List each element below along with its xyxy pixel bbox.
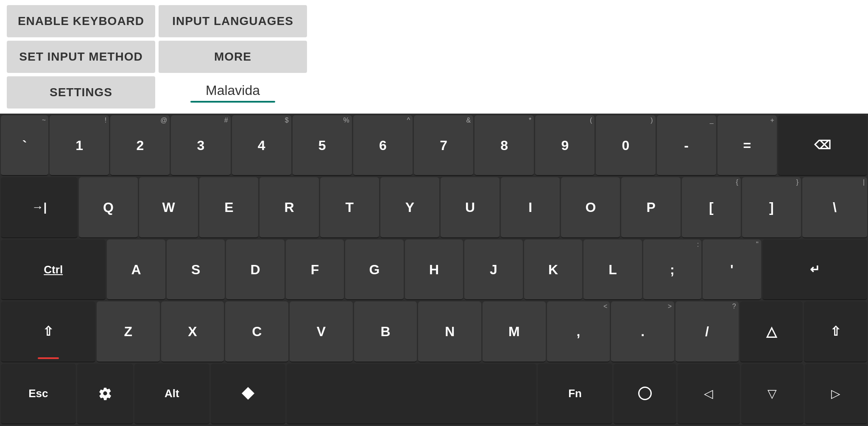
key-y[interactable]: Y: [380, 177, 439, 238]
key-o[interactable]: O: [561, 177, 620, 238]
key-0[interactable]: 0 ): [596, 115, 655, 176]
diamond-key[interactable]: [211, 364, 286, 424]
key-q[interactable]: Q: [79, 177, 138, 238]
key-z[interactable]: Z: [97, 301, 160, 362]
settings-gear-key[interactable]: [77, 364, 133, 424]
key-slash[interactable]: / ?: [675, 301, 739, 362]
key-v[interactable]: V: [290, 301, 353, 362]
keyboard-row-2: →| Q W E R T Y U I O P [ { ] } \ |: [1, 177, 867, 238]
key-8[interactable]: 8 *: [474, 115, 534, 176]
shift-underline-icon: [38, 357, 59, 359]
key-g[interactable]: G: [345, 239, 403, 300]
key-4[interactable]: 4 $: [232, 115, 291, 176]
space-key[interactable]: [287, 364, 536, 424]
key-p[interactable]: P: [621, 177, 680, 238]
key-m[interactable]: M: [483, 301, 546, 362]
key-minus[interactable]: - _: [657, 115, 716, 176]
malavida-tab-label: Malavida: [206, 83, 260, 98]
key-t[interactable]: T: [320, 177, 379, 238]
keyboard-row-1: ` ~ 1 ! 2 @ 3 # 4 $ 5 % 6 ^ 7 &: [1, 115, 867, 176]
down-key[interactable]: ▽: [741, 364, 804, 424]
malavida-tab[interactable]: Malavida: [159, 76, 307, 109]
key-lbracket[interactable]: [ {: [682, 177, 741, 238]
key-5[interactable]: 5 %: [293, 115, 352, 176]
key-n[interactable]: N: [418, 301, 481, 362]
keyboard-row-4: ⇧ Z X C V B N M , < . > / ? △ ⇧: [1, 301, 867, 362]
key-r[interactable]: R: [260, 177, 318, 238]
keyboard: ` ~ 1 ! 2 @ 3 # 4 $ 5 % 6 ^ 7 &: [0, 114, 868, 426]
key-backslash[interactable]: \ |: [802, 177, 867, 238]
settings-button[interactable]: SETTINGS: [7, 76, 155, 109]
top-menu: ENABLE KEYBOARD INPUT LANGUAGES SET INPU…: [0, 0, 868, 114]
backspace-key[interactable]: ⌫: [778, 115, 867, 176]
key-b[interactable]: B: [354, 301, 417, 362]
key-3[interactable]: 3 #: [171, 115, 230, 176]
key-i[interactable]: I: [501, 177, 560, 238]
tab-underline: [190, 101, 275, 103]
key-x[interactable]: X: [161, 301, 224, 362]
key-c[interactable]: C: [225, 301, 288, 362]
key-l[interactable]: L: [583, 239, 642, 300]
key-comma[interactable]: , <: [547, 301, 610, 362]
diamond-icon: [241, 386, 255, 401]
key-s[interactable]: S: [167, 239, 225, 300]
key-k[interactable]: K: [524, 239, 582, 300]
key-j[interactable]: J: [464, 239, 522, 300]
key-9[interactable]: 9 (: [535, 115, 594, 176]
shift-left-key[interactable]: ⇧: [1, 301, 95, 362]
key-a[interactable]: A: [107, 239, 165, 300]
fn-key[interactable]: Fn: [538, 364, 613, 424]
key-6[interactable]: 6 ^: [353, 115, 413, 176]
more-button[interactable]: MORE: [159, 41, 307, 73]
ctrl-key[interactable]: Ctrl: [1, 239, 106, 300]
down-arrow-icon: ▽: [768, 387, 777, 401]
key-7[interactable]: 7 &: [414, 115, 473, 176]
key-h[interactable]: H: [405, 239, 463, 300]
alt-key[interactable]: Alt: [134, 364, 209, 424]
back-arrow-icon: ◁: [704, 387, 713, 401]
set-input-method-button[interactable]: SET INPUT METHOD: [7, 41, 155, 73]
forward-key[interactable]: ▷: [805, 364, 867, 424]
key-e[interactable]: E: [199, 177, 258, 238]
enable-keyboard-button[interactable]: ENABLE KEYBOARD: [7, 5, 155, 37]
forward-arrow-icon: ▷: [831, 387, 840, 401]
key-2[interactable]: 2 @: [110, 115, 170, 176]
tab-key[interactable]: →|: [1, 177, 78, 238]
home-key[interactable]: [614, 364, 676, 424]
key-backtick[interactable]: ` ~: [1, 115, 48, 176]
key-d[interactable]: D: [226, 239, 284, 300]
key-1[interactable]: 1 !: [50, 115, 109, 176]
key-equals[interactable]: = +: [717, 115, 777, 176]
key-rbracket[interactable]: ] }: [742, 177, 801, 238]
key-w[interactable]: W: [139, 177, 198, 238]
key-semicolon[interactable]: ; :: [643, 239, 701, 300]
key-triangle-up[interactable]: △: [740, 301, 803, 362]
svg-marker-0: [242, 387, 254, 400]
keyboard-row-3: Ctrl A S D F G H J K L ; : ' " ↵: [1, 239, 867, 300]
key-quote[interactable]: ' ": [703, 239, 761, 300]
back-key[interactable]: ◁: [678, 364, 740, 424]
input-languages-button[interactable]: INPUT LANGUAGES: [159, 5, 307, 37]
circle-icon: [638, 387, 652, 400]
key-u[interactable]: U: [441, 177, 500, 238]
esc-key[interactable]: Esc: [1, 364, 76, 424]
keyboard-row-5: Esc Alt Fn ◁: [1, 364, 867, 424]
enter-key[interactable]: ↵: [762, 239, 867, 300]
gear-icon: [98, 387, 112, 400]
key-period[interactable]: . >: [611, 301, 674, 362]
key-f[interactable]: F: [286, 239, 344, 300]
shift-right-key[interactable]: ⇧: [804, 301, 867, 362]
